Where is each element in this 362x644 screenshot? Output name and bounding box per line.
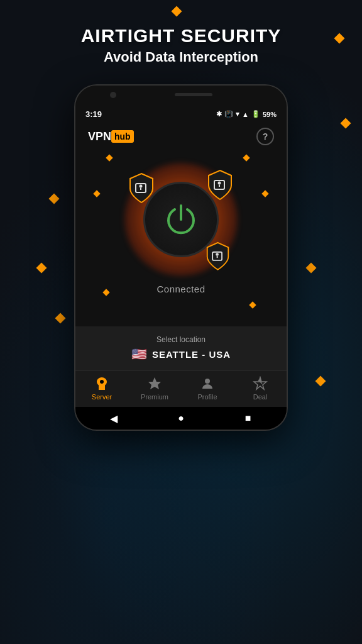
android-recent-button[interactable]: ■ [242, 412, 255, 425]
svg-point-11 [100, 380, 104, 384]
bluetooth-icon: ✱ [216, 110, 222, 118]
premium-nav-label: Premium [141, 393, 168, 401]
status-time: 3:19 [85, 109, 102, 119]
status-bar: 3:19 ✱ 📳 ▾ ▲ 🔋 59% [75, 104, 287, 121]
signal-icon: ▲ [242, 111, 249, 118]
nav-item-profile[interactable]: Profile [181, 376, 234, 401]
shield-top-left [128, 172, 156, 203]
svg-point-1 [140, 185, 143, 188]
power-icon-svg [162, 201, 200, 238]
premium-icon [147, 376, 162, 391]
vpn-text: VPN [88, 130, 111, 143]
location-section[interactable]: Select location 🇺🇸 SEATTLE - USA [75, 326, 287, 370]
phone-diamond-2 [243, 154, 250, 161]
help-button[interactable]: ? [256, 128, 274, 145]
shield-top-right [206, 169, 234, 199]
profile-nav-label: Profile [197, 393, 217, 401]
vpn-logo: VPN hub [88, 130, 134, 143]
speaker-bar [175, 93, 212, 96]
phone-diamond-3 [93, 190, 100, 197]
header-title: AIRTIGHT SECURITY [13, 25, 349, 47]
server-icon [94, 376, 109, 391]
vpn-app-header: VPN hub ? [75, 121, 287, 150]
connection-status: Connected [156, 284, 205, 294]
nav-item-server[interactable]: Server [75, 376, 128, 401]
nav-item-premium[interactable]: Premium [128, 376, 181, 401]
android-nav-bar: ◀ ● ■ [75, 407, 287, 430]
location-name: SEATTLE - USA [152, 349, 231, 360]
select-location-label: Select location [88, 335, 274, 344]
hub-badge: hub [111, 130, 134, 143]
phone-diamond-6 [249, 301, 256, 308]
vibrate-icon: 📳 [224, 110, 233, 118]
camera-dot [110, 92, 116, 98]
svg-point-13 [205, 379, 210, 384]
phone-diamond-1 [106, 154, 112, 161]
location-value: 🇺🇸 SEATTLE - USA [88, 347, 274, 362]
bottom-nav: Server Premium Profile [75, 370, 287, 407]
phone-diamond-5 [102, 289, 109, 296]
phone-top-bar [75, 86, 287, 104]
deal-icon [253, 376, 268, 391]
vpn-main-section: Connected [75, 150, 287, 326]
phone-mockup: 3:19 ✱ 📳 ▾ ▲ 🔋 59% VPN hub ? [74, 84, 288, 431]
deal-nav-label: Deal [253, 393, 268, 401]
shield-bottom-right [205, 242, 231, 270]
svg-point-7 [216, 253, 219, 256]
android-home-button[interactable]: ● [175, 412, 187, 425]
phone-container: 3:19 ✱ 📳 ▾ ▲ 🔋 59% VPN hub ? [0, 84, 362, 431]
android-back-button[interactable]: ◀ [107, 412, 120, 425]
header-section: AIRTIGHT SECURITY Avoid Data Interceptio… [0, 0, 362, 78]
status-icons: ✱ 📳 ▾ ▲ 🔋 59% [216, 110, 277, 118]
svg-marker-12 [148, 377, 161, 389]
phone-diamond-4 [261, 190, 268, 197]
battery-percent: 59% [263, 111, 277, 118]
nav-item-deal[interactable]: Deal [234, 376, 287, 401]
svg-point-4 [218, 182, 221, 185]
server-nav-label: Server [92, 393, 112, 401]
power-button-container[interactable] [124, 163, 238, 276]
wifi-icon: ▾ [236, 110, 239, 118]
profile-icon [200, 376, 215, 391]
battery-icon: 🔋 [251, 110, 260, 118]
country-flag: 🇺🇸 [131, 347, 147, 362]
header-subtitle: Avoid Data Interception [13, 49, 349, 65]
